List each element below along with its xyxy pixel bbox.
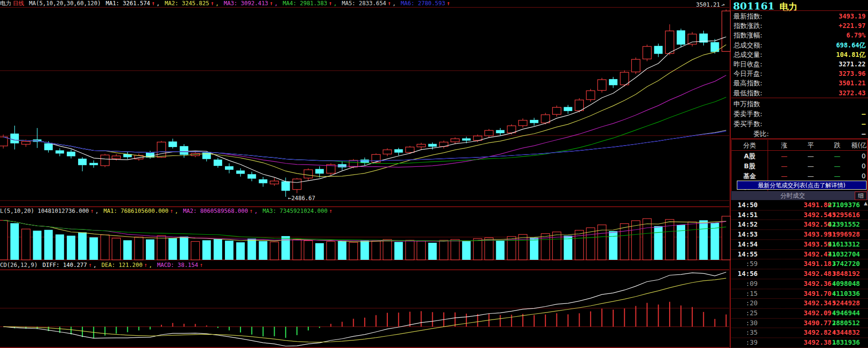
up-arrow-icon: ↑ [144,262,147,268]
up-arrow-icon: ↑ [388,0,391,7]
table-cell: 0 [841,151,866,161]
quote-value: 3271.22 [839,59,866,69]
separator: , [393,0,396,7]
tick-row[interactable]: 14:513492.54↑45295616 [731,210,868,220]
divider [731,10,868,11]
tooltip-text: 最新分笔成交列表(点击了解详情) [758,182,846,189]
separator: , [93,262,97,268]
quote-value: — [862,119,866,128]
quote-value: — [862,109,866,119]
tick-row[interactable]: :593491.18↓3742720 [731,259,868,269]
table-row-category[interactable]: 基金 [735,171,764,181]
quote-row: 总成交量:104.81亿 [731,50,868,59]
vol-ma-value: MA1: 7686105600.000 [100,208,169,214]
ma-value: MA3: 3092.413 [220,0,268,7]
quote-value: 3493.19 [839,11,866,21]
tick-row[interactable]: 14:523492.50↓42391552 [731,220,868,230]
quote-row: 今日开盘:3273.96 [731,69,868,78]
tick-row[interactable]: :093492.36↓4098048 [731,279,868,289]
quote-label: 申万指数 [734,99,760,109]
up-arrow-icon: ↑ [250,208,253,214]
tick-panel-title: 分时成交 [731,191,854,200]
table-border [731,140,732,191]
up-arrow-icon: ↑ [447,0,450,7]
tick-time: 14:55 [733,249,758,259]
tick-volume: 3742720 [813,259,860,269]
tick-row[interactable]: :203492.34↑5244928 [731,298,868,309]
quote-value: 3501.21 [839,78,866,88]
vol-value: L(5,10,20) 10481012736.000 [0,208,89,214]
tick-volume: 4110336 [813,289,860,299]
quote-row: 昨日收盘:3271.22 [731,59,868,69]
tick-row[interactable]: :303490.77↓2880512 [731,318,868,329]
table-header-cell: 平 [801,140,820,150]
gridlines [0,71,729,308]
quote-value: 3273.96 [839,69,866,78]
quote-label: 最低指数: [734,88,762,98]
candles-group [0,9,730,197]
up-arrow-icon: ↑ [89,262,92,268]
tick-list: 14:503491.80↓2710937614:513492.54↑452956… [731,200,868,348]
ma-value: MA6: 2780.593 [397,0,445,7]
tick-row[interactable]: :393492.38↓1831936 [731,338,868,348]
ma-lines-group [3,37,726,183]
tick-volume: 1831936 [813,338,860,348]
quote-label: 今日开盘: [734,69,762,78]
tick-row[interactable]: :153491.70↓4110336 [731,289,868,299]
quote-value: — [862,129,866,138]
quote-sub-row: 委卖手数:— [731,109,868,119]
up-arrow-icon: ↑ [269,0,273,7]
tick-time: :35 [733,328,758,338]
table-row-category[interactable]: B股 [735,161,764,171]
tick-row[interactable]: 14:503491.80↓27109376 [731,200,868,211]
tick-time: :15 [733,289,758,299]
quote-value: 6.79% [846,30,866,40]
quote-sub-row: 委比:— [731,129,868,138]
vol-ma-value: MA2: 8060589568.000 [179,208,248,214]
tick-row[interactable]: 14:553492.47↓41032704 [731,249,868,260]
quote-label: 委卖手数: [734,109,762,119]
separator: , [333,0,337,7]
tick-time: :39 [733,338,758,348]
separator: , [215,0,219,7]
quote-label: 指数涨跌: [734,21,762,30]
tick-row[interactable]: 14:563492.48↑3848192 [731,269,868,279]
tooltip[interactable]: 最新分笔成交列表(点击了解详情) [737,181,867,190]
quote-label: 指数涨幅: [734,30,762,40]
main-indicator-bar: 电力日线 MA(5,10,20,30,60,120) MA1: 3261.574… [0,0,729,7]
tick-time: 14:54 [733,239,758,249]
ma-value: MA1: 3261.574 [102,0,150,7]
detail-button[interactable]: 细 [855,192,867,200]
tick-row[interactable]: :253492.09↓4946944 [731,308,868,319]
tick-row[interactable]: :353492.82↑4344832 [731,328,868,338]
quote-row: 最低指数:3272.43 [731,88,868,98]
table-row-category[interactable]: A股 [735,151,764,161]
table-cell: — [801,151,820,161]
macd-diff-line [3,272,726,346]
quote-row: 指数涨跌:+221.97 [731,21,868,30]
separator: , [254,208,258,214]
quote-value: 698.64亿 [836,40,866,50]
quote-panel: 801161 电力 最新指数:3493.19指数涨跌:+221.97指数涨幅:6… [731,0,868,348]
quote-label: 总成交量: [734,50,762,59]
tick-volume: 45295616 [813,210,860,220]
up-arrow-icon: ↑ [170,208,173,214]
scroll-up-icon[interactable]: ▲ [864,201,868,206]
table-header-divider [731,150,868,151]
separator: , [95,208,98,214]
quote-label: 委买手数: [734,119,762,128]
quote-row: 最高指数:3501.21 [731,78,868,88]
ma-value: MA4: 2981.383 [279,0,327,7]
macd-value: MACD: 38.154 [153,262,198,268]
tick-row[interactable]: 14:533493.99↑31996928 [731,229,868,240]
tick-row[interactable]: 14:543493.59↓41613312 [731,239,868,250]
quote-value: 104.81亿 [836,50,866,59]
tick-time: 14:56 [733,269,758,279]
ma-group-label: MA(5,10,20,30,60,120) [26,0,101,7]
tick-volume: 2880512 [813,318,860,328]
tick-volume: 41613312 [813,239,860,249]
tick-volume: 42391552 [813,220,860,229]
tick-volume: 4098048 [813,279,860,289]
up-arrow-icon: ↑ [152,0,155,7]
low-price-label: ←2486.67 [288,195,315,201]
